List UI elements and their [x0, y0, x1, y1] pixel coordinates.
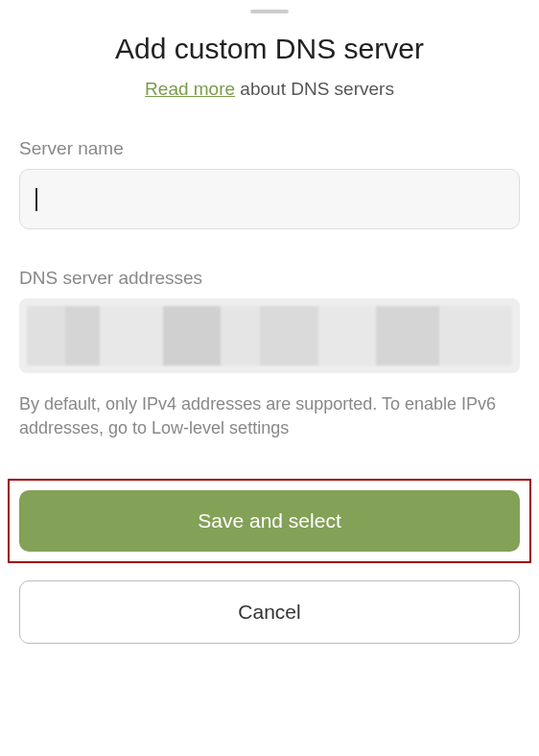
save-button[interactable]: Save and select — [19, 490, 520, 552]
blurred-content — [27, 306, 512, 366]
read-more-link[interactable]: Read more — [145, 79, 235, 99]
hint-text: By default, only IPv4 addresses are supp… — [19, 392, 520, 440]
server-name-input[interactable] — [19, 169, 520, 229]
addresses-input[interactable] — [19, 298, 520, 373]
highlight-box: Save and select — [8, 479, 531, 563]
cancel-button[interactable]: Cancel — [19, 580, 520, 644]
addresses-label: DNS server addresses — [19, 268, 520, 289]
page-title: Add custom DNS server — [19, 33, 520, 65]
subtitle: Read more about DNS servers — [19, 79, 520, 100]
text-cursor — [35, 188, 37, 211]
drag-handle[interactable] — [250, 10, 289, 13]
server-name-label: Server name — [19, 138, 520, 159]
subtitle-text: about DNS servers — [235, 79, 394, 99]
